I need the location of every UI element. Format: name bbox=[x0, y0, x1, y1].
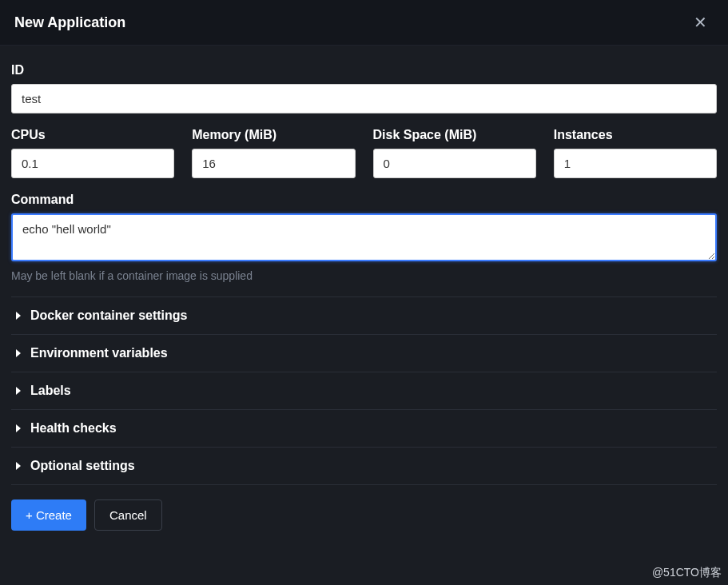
optional-section-label: Optional settings bbox=[30, 459, 135, 473]
watermark-text: @51CTO博客 bbox=[652, 566, 722, 580]
footer-actions: + Create Cancel bbox=[11, 485, 717, 534]
env-section-label: Environment variables bbox=[30, 346, 168, 360]
docker-section-label: Docker container settings bbox=[30, 308, 188, 323]
disk-input[interactable] bbox=[373, 149, 536, 178]
memory-input[interactable] bbox=[192, 149, 355, 178]
modal-header: New Application ✕ bbox=[0, 0, 728, 46]
instances-input[interactable] bbox=[554, 149, 717, 178]
disk-field-group: Disk Space (MiB) bbox=[373, 128, 536, 178]
memory-field-group: Memory (MiB) bbox=[192, 128, 355, 178]
chevron-right-icon bbox=[14, 462, 22, 470]
close-icon: ✕ bbox=[694, 14, 707, 31]
labels-section-label: Labels bbox=[30, 384, 71, 398]
cancel-button[interactable]: Cancel bbox=[94, 499, 162, 531]
health-section-label: Health checks bbox=[30, 421, 117, 436]
docker-section: Docker container settings bbox=[11, 296, 717, 334]
memory-label: Memory (MiB) bbox=[192, 128, 355, 142]
command-field-group: Command May be left blank if a container… bbox=[11, 193, 717, 282]
instances-label: Instances bbox=[554, 128, 717, 142]
command-label: Command bbox=[11, 193, 717, 207]
modal-title: New Application bbox=[14, 14, 125, 31]
health-section: Health checks bbox=[11, 409, 717, 447]
cpus-input[interactable] bbox=[11, 149, 174, 178]
new-application-modal: New Application ✕ ID CPUs Memory (MiB) D… bbox=[0, 0, 728, 585]
health-section-header[interactable]: Health checks bbox=[11, 410, 717, 447]
create-button[interactable]: + Create bbox=[11, 499, 86, 531]
env-section: Environment variables bbox=[11, 334, 717, 372]
id-input[interactable] bbox=[11, 84, 717, 113]
command-textarea[interactable] bbox=[11, 213, 717, 261]
id-label: ID bbox=[11, 63, 717, 78]
labels-section: Labels bbox=[11, 372, 717, 409]
resource-row: CPUs Memory (MiB) Disk Space (MiB) Insta… bbox=[11, 128, 717, 178]
chevron-right-icon bbox=[14, 387, 22, 395]
command-helper-text: May be left blank if a container image i… bbox=[11, 269, 717, 282]
docker-section-header[interactable]: Docker container settings bbox=[11, 297, 717, 334]
cpus-label: CPUs bbox=[11, 128, 174, 142]
close-button[interactable]: ✕ bbox=[687, 11, 714, 34]
chevron-right-icon bbox=[14, 424, 22, 432]
disk-label: Disk Space (MiB) bbox=[373, 128, 536, 142]
optional-section-header[interactable]: Optional settings bbox=[11, 448, 717, 484]
labels-section-header[interactable]: Labels bbox=[11, 372, 717, 409]
accordion-wrapper: Docker container settings Environment va… bbox=[11, 296, 717, 485]
optional-section: Optional settings bbox=[11, 447, 717, 485]
cpus-field-group: CPUs bbox=[11, 128, 174, 178]
instances-field-group: Instances bbox=[554, 128, 717, 178]
id-field-group: ID bbox=[11, 63, 717, 113]
env-section-header[interactable]: Environment variables bbox=[11, 335, 717, 372]
chevron-right-icon bbox=[14, 349, 22, 357]
modal-body: ID CPUs Memory (MiB) Disk Space (MiB) In… bbox=[0, 46, 728, 585]
chevron-right-icon bbox=[14, 312, 22, 320]
